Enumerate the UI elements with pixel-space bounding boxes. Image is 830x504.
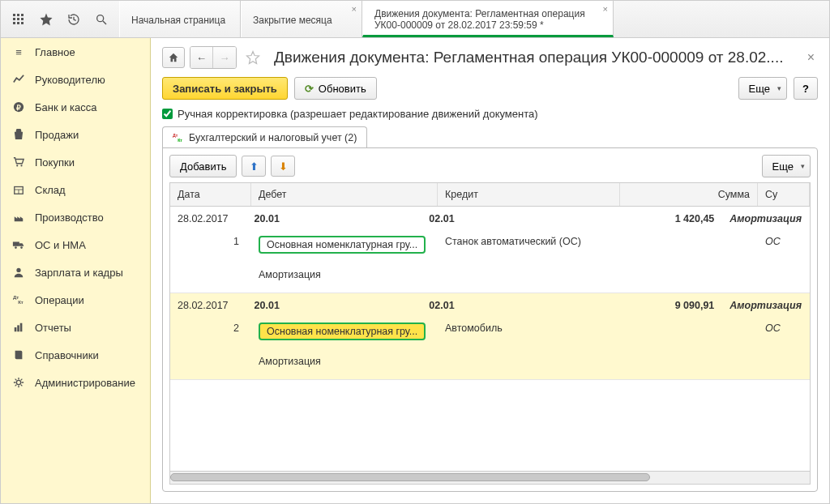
tab-label: Движения документа: Регламентная операци… (374, 8, 601, 32)
cell-credit-desc: Станок автоматический (ОС) (438, 230, 620, 262)
sidebar-item-label: Склад (35, 184, 66, 196)
factory-icon (12, 211, 25, 224)
cell-credit-acc: 02.01 (421, 293, 593, 317)
cell-debit-acc: 20.01 (247, 207, 422, 230)
save-close-button[interactable]: Записать и закрыть (162, 77, 288, 100)
favorite-star-icon[interactable] (242, 47, 264, 68)
accounting-tab[interactable]: ДтКт Бухгалтерский и налоговый учет (2) (162, 126, 367, 148)
sidebar-item-assets[interactable]: ОС и НМА (1, 231, 150, 258)
col-sum[interactable]: Сумма (620, 183, 758, 206)
svg-rect-0 (13, 14, 15, 16)
more-button[interactable]: Еще (738, 77, 787, 100)
sidebar-item-references[interactable]: Справочники (1, 341, 150, 369)
sidebar-item-bank[interactable]: ₽Банк и касса (1, 93, 150, 121)
col-su[interactable]: Су (758, 183, 810, 206)
cell-su1: Амортизация (722, 293, 810, 317)
svg-point-19 (15, 246, 17, 249)
svg-text:Кт: Кт (178, 138, 182, 143)
chart-icon (12, 73, 25, 86)
cell-date: 28.02.2017 (170, 207, 247, 230)
svg-point-21 (16, 268, 20, 272)
sidebar-item-manager[interactable]: Руководителю (1, 66, 150, 93)
cell-sum: 9 090,91 (593, 293, 722, 317)
tab-home[interactable]: Начальная страница (119, 1, 241, 37)
sidebar-item-reports[interactable]: Отчеты (1, 314, 150, 341)
svg-rect-24 (15, 327, 17, 331)
sidebar-item-label: Отчеты (35, 322, 71, 334)
accounting-icon: ДтКт (173, 132, 184, 143)
cell-debit-nom[interactable]: Основная номенклатурная гру... (251, 230, 438, 262)
cell-su2: ОС (758, 230, 810, 262)
sidebar-item-sales[interactable]: Продажи (1, 121, 150, 148)
box-icon (12, 183, 25, 196)
svg-rect-2 (21, 14, 24, 16)
svg-point-9 (97, 15, 104, 21)
history-icon[interactable] (61, 7, 87, 32)
col-date[interactable]: Дата (170, 183, 251, 206)
sidebar-item-label: Операции (35, 294, 84, 306)
sidebar-item-main[interactable]: ≡Главное (1, 38, 150, 66)
back-button[interactable]: ← (190, 47, 213, 68)
cell-debit-acc: 20.01 (247, 293, 422, 317)
sidebar-item-label: Главное (35, 46, 75, 58)
sidebar-item-label: Продажи (35, 129, 79, 141)
tab-label: Закрытие месяца (253, 15, 350, 26)
cell-credit-acc: 02.01 (421, 207, 593, 230)
svg-rect-18 (13, 241, 19, 246)
tab-label: Начальная страница (131, 15, 229, 26)
svg-point-27 (16, 380, 20, 384)
forward-button[interactable]: → (213, 47, 236, 68)
table-row[interactable]: 28.02.201720.0102.011 420,45Амортизация1… (170, 207, 810, 293)
cell-debit-nom[interactable]: Основная номенклатурная гру... (251, 317, 438, 348)
sidebar-item-warehouse[interactable]: Склад (1, 176, 150, 203)
tab-movements[interactable]: Движения документа: Регламентная операци… (362, 1, 614, 37)
col-credit[interactable]: Кредит (438, 183, 620, 206)
svg-rect-1 (17, 14, 19, 16)
bag-icon (12, 128, 25, 141)
arrow-down-icon: ⬇ (279, 160, 288, 173)
sidebar: ≡Главное Руководителю ₽Банк и касса Прод… (1, 38, 151, 503)
close-icon[interactable]: × (603, 4, 608, 14)
cell-sum: 1 420,45 (593, 207, 722, 230)
sidebar-item-label: ОС и НМА (35, 239, 86, 251)
cell-debit-amort: Амортизация (251, 350, 438, 373)
svg-line-10 (103, 21, 106, 24)
cell-debit-amort: Амортизация (251, 263, 438, 286)
ruble-icon: ₽ (12, 100, 25, 113)
sidebar-item-admin[interactable]: Администрирование (1, 369, 150, 396)
sidebar-item-operations[interactable]: ДтКтОперации (1, 286, 150, 314)
refresh-button[interactable]: ⟳Обновить (294, 77, 377, 100)
sidebar-item-production[interactable]: Производство (1, 203, 150, 231)
col-debit[interactable]: Дебет (251, 183, 438, 206)
star-icon[interactable] (33, 7, 59, 32)
tab-closing[interactable]: Закрытие месяца × (241, 1, 362, 37)
sidebar-item-purchases[interactable]: Покупки (1, 148, 150, 176)
move-up-button[interactable]: ⬆ (242, 156, 266, 177)
svg-rect-8 (21, 22, 24, 24)
svg-rect-26 (20, 323, 23, 332)
manual-correction-checkbox[interactable]: Ручная корректировка (разрешает редактир… (162, 108, 818, 120)
book-icon (12, 348, 25, 361)
truck-icon (12, 238, 25, 251)
svg-rect-25 (17, 325, 19, 331)
search-icon[interactable] (88, 7, 114, 32)
apps-icon[interactable] (6, 7, 32, 32)
checkbox-label: Ручная корректировка (разрешает редактир… (178, 108, 538, 120)
close-icon[interactable]: × (352, 4, 357, 14)
grid-more-button[interactable]: Еще (762, 155, 811, 177)
page-title: Движения документа: Регламентная операци… (274, 49, 799, 66)
top-toolbar: Начальная страница Закрытие месяца × Дви… (1, 1, 829, 38)
add-button[interactable]: Добавить (169, 155, 237, 177)
sidebar-item-hr[interactable]: Зарплата и кадры (1, 258, 150, 286)
table-row[interactable]: 28.02.201720.0102.019 090,91Амортизация2… (170, 293, 810, 380)
report-icon (12, 321, 25, 334)
cell-date: 28.02.2017 (170, 293, 247, 317)
help-button[interactable]: ? (794, 77, 818, 100)
home-button[interactable] (162, 47, 185, 68)
close-page-button[interactable]: × (804, 50, 818, 65)
svg-point-13 (16, 164, 18, 166)
move-down-button[interactable]: ⬇ (271, 156, 295, 177)
manual-correction-input[interactable] (162, 109, 173, 119)
horizontal-scrollbar[interactable] (170, 471, 810, 484)
entries-grid: Дата Дебет Кредит Сумма Су 28.02.201720.… (169, 182, 811, 485)
